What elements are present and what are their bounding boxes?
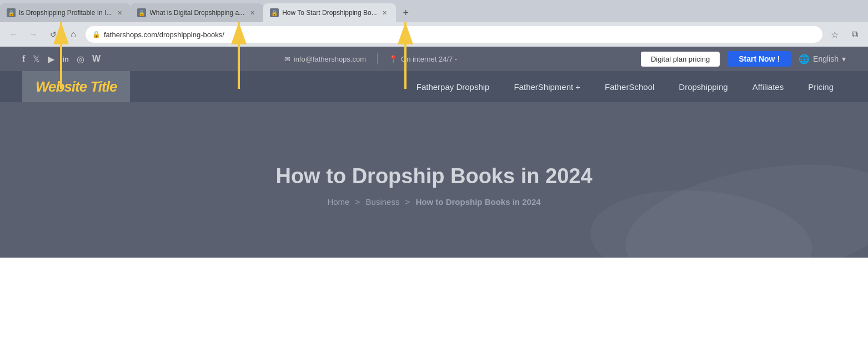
nav-link-fathershipment[interactable]: FatherShipment + xyxy=(501,71,593,102)
nav-link-affiliates[interactable]: Affiliates xyxy=(740,71,796,102)
location-icon: 📍 xyxy=(389,55,398,63)
breadcrumb: Home > Business > How to Dropship Books … xyxy=(327,197,540,207)
address-url: fathershops.com/dropshipping-books/ xyxy=(104,31,816,39)
nav-links: Fatherpay Dropship FatherShipment + Fath… xyxy=(404,71,846,102)
language-selector[interactable]: 🌐 English ▾ xyxy=(799,54,846,64)
new-tab-button[interactable]: + xyxy=(398,5,414,21)
tab-3[interactable]: 🔒 How To Start Dropshipping Bo... ✕ xyxy=(263,3,396,22)
whatsapp-icon[interactable]: W xyxy=(92,54,101,64)
location-contact: 📍 On internet 24/7 - xyxy=(389,55,457,63)
nav-link-dropshipping[interactable]: Dropshipping xyxy=(666,71,740,102)
forward-button[interactable]: → xyxy=(26,27,41,42)
top-bar: f 𝕏 ▶ in ◎ W ✉ info@fathershops.com 📍 On… xyxy=(0,47,868,71)
browser-chrome: 🔒 Is Dropshipping Profitable In I... ✕ 🔒… xyxy=(0,0,868,47)
tab-3-title: How To Start Dropshipping Bo... xyxy=(282,9,377,17)
youtube-icon[interactable]: ▶ xyxy=(48,54,54,64)
language-chevron-icon: ▾ xyxy=(842,54,846,63)
linkedin-icon[interactable]: in xyxy=(62,55,69,63)
globe-icon: 🌐 xyxy=(799,54,810,64)
nav-bar: Website Title Fatherpay Dropship FatherS… xyxy=(0,71,868,102)
address-bar[interactable]: 🔒 fathershops.com/dropshipping-books/ xyxy=(86,26,822,43)
tab-1-favicon: 🔒 xyxy=(7,8,16,17)
tab-3-close[interactable]: ✕ xyxy=(380,8,389,17)
breadcrumb-home[interactable]: Home xyxy=(327,197,349,207)
location-label: On internet 24/7 - xyxy=(401,55,457,63)
home-button[interactable]: ⌂ xyxy=(66,27,81,42)
nav-link-fatherpay-dropship[interactable]: Fatherpay Dropship xyxy=(404,71,502,102)
back-button[interactable]: ← xyxy=(6,27,21,42)
email-label: info@fathershops.com xyxy=(294,55,366,63)
logo-area: Website Title xyxy=(22,71,130,102)
email-contact: ✉ info@fathershops.com xyxy=(284,55,366,63)
tab-2-close[interactable]: ✕ xyxy=(248,8,257,17)
language-label: English xyxy=(813,54,839,63)
reload-button[interactable]: ↺ xyxy=(46,27,61,42)
social-icons: f 𝕏 ▶ in ◎ W xyxy=(22,54,101,64)
hero-section: How to Dropship Books in 2024 Home > Bus… xyxy=(0,102,868,258)
tab-2[interactable]: 🔒 What is Digital Dropshipping a... ✕ xyxy=(131,3,263,22)
bookmark-button[interactable]: ☆ xyxy=(827,27,842,42)
page-title: How to Dropship Books in 2024 xyxy=(275,164,592,188)
tab-1-title: Is Dropshipping Profitable In I... xyxy=(19,9,112,17)
address-bar-row: ← → ↺ ⌂ 🔒 fathershops.com/dropshipping-b… xyxy=(0,22,868,47)
start-now-button[interactable]: Start Now ! xyxy=(727,51,791,67)
nav-link-fatherschool[interactable]: FatherSchool xyxy=(593,71,666,102)
breadcrumb-sep-1: > xyxy=(355,197,360,207)
twitter-icon[interactable]: 𝕏 xyxy=(33,54,40,64)
site-logo[interactable]: Website Title xyxy=(36,78,117,95)
digital-plan-button[interactable]: Digital plan pricing xyxy=(641,52,720,67)
contact-info: ✉ info@fathershops.com 📍 On internet 24/… xyxy=(284,53,457,64)
extensions-button[interactable]: ⧉ xyxy=(847,27,862,42)
tab-bar: 🔒 Is Dropshipping Profitable In I... ✕ 🔒… xyxy=(0,0,868,22)
breadcrumb-sep-2: > xyxy=(405,197,410,207)
instagram-icon[interactable]: ◎ xyxy=(77,54,84,64)
address-lock-icon: 🔒 xyxy=(92,31,101,38)
top-bar-right: Digital plan pricing Start Now ! 🌐 Engli… xyxy=(641,51,846,67)
contact-divider xyxy=(377,53,378,64)
tab-1[interactable]: 🔒 Is Dropshipping Profitable In I... ✕ xyxy=(0,3,131,22)
website: f 𝕏 ▶ in ◎ W ✉ info@fathershops.com 📍 On… xyxy=(0,47,868,258)
breadcrumb-current: How to Dropship Books in 2024 xyxy=(416,197,541,207)
email-icon: ✉ xyxy=(284,55,290,63)
tab-1-close[interactable]: ✕ xyxy=(115,8,124,17)
tab-3-favicon: 🔒 xyxy=(270,8,279,17)
nav-link-pricing[interactable]: Pricing xyxy=(796,71,846,102)
breadcrumb-category[interactable]: Business xyxy=(366,197,400,207)
tab-2-title: What is Digital Dropshipping a... xyxy=(149,9,244,17)
tab-2-favicon: 🔒 xyxy=(137,8,146,17)
facebook-icon[interactable]: f xyxy=(22,54,25,64)
